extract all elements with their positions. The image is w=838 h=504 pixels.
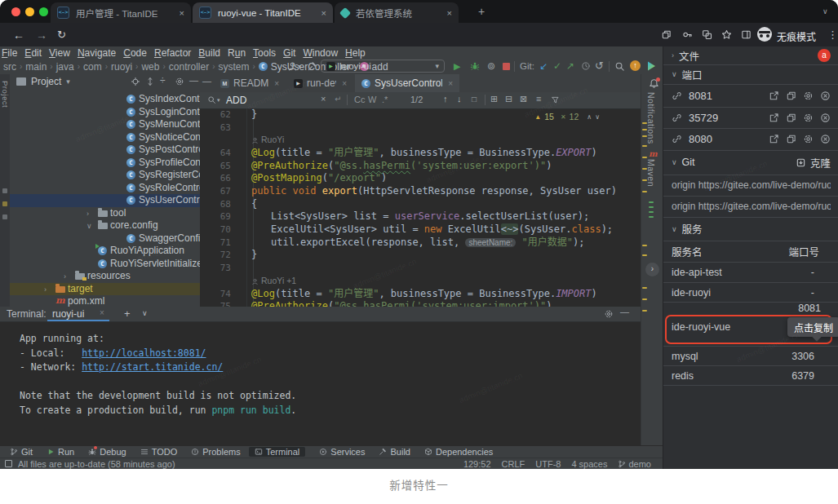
menu-item-code[interactable]: Code: [123, 47, 147, 59]
toolwindow-button-build[interactable]: Build: [379, 447, 410, 457]
code-viewport[interactable]: 62}63RuoYi64@Log(title = "用户管理", busines…: [200, 108, 641, 307]
next-problem-icon[interactable]: ∨: [595, 113, 600, 121]
breadcrumb-item[interactable]: ruoyi: [111, 61, 132, 73]
run-button[interactable]: ▶: [454, 61, 460, 72]
breadcrumb-item[interactable]: com: [83, 61, 102, 73]
terminal-link[interactable]: http://start.titanide.cn/: [82, 361, 223, 373]
terminal-dropdown-icon[interactable]: ∨: [142, 309, 148, 317]
git-commit-icon[interactable]: ✓: [553, 60, 561, 72]
tree-item-label[interactable]: core.config: [110, 219, 158, 232]
tree-item[interactable]: ›resources: [10, 270, 200, 283]
status-right-item[interactable]: UTF-8: [535, 459, 561, 469]
breadcrumb-item[interactable]: main: [25, 61, 47, 73]
project-title-caret-icon[interactable]: ▾: [66, 77, 70, 86]
copy-port-icon[interactable]: [786, 134, 796, 144]
browser-tab[interactable]: <̵>ruoyi-vue - TitanIDE×: [193, 2, 333, 23]
tree-item[interactable]: CSysLoginController: [10, 106, 200, 119]
terminal-tab-close-icon[interactable]: ×: [100, 308, 104, 317]
port-settings-icon[interactable]: [803, 113, 814, 123]
notifications-strip-label[interactable]: Notifications: [646, 92, 656, 144]
run-config-label[interactable]: ruoyi-ui: [340, 61, 371, 71]
find-icon[interactable]: [207, 95, 216, 104]
git-push-icon[interactable]: ↗: [566, 60, 574, 72]
find-toggle-2[interactable]: .*: [382, 95, 388, 104]
stop-button[interactable]: [503, 63, 510, 70]
search-everywhere-icon[interactable]: [614, 61, 625, 72]
menu-item-window[interactable]: Window: [303, 47, 338, 59]
terminal-tab[interactable]: ruoyi-ui: [52, 308, 84, 320]
tree-item[interactable]: CSysNoticeController: [10, 131, 200, 144]
translate-icon[interactable]: [702, 29, 712, 40]
open-in-browser-icon[interactable]: [769, 113, 779, 123]
find-select-all-icon[interactable]: ⊠: [520, 94, 527, 104]
menu-item-run[interactable]: Run: [228, 47, 246, 59]
menu-item-tools[interactable]: Tools: [253, 47, 276, 59]
history-icon[interactable]: [581, 61, 591, 71]
tree-item-label[interactable]: SysNoticeController: [139, 131, 201, 144]
reload-icon[interactable]: ↻: [57, 29, 66, 41]
editor-tab[interactable]: MREADME.md×: [214, 74, 286, 92]
find-next-icon[interactable]: ↓: [457, 94, 462, 104]
service-name[interactable]: ide-ruoyi-vue: [672, 321, 730, 333]
breadcrumb-item[interactable]: src: [3, 61, 16, 73]
section-chevron-icon[interactable]: ∨: [672, 225, 677, 233]
tree-item[interactable]: mpom.xml: [10, 295, 200, 307]
section-services[interactable]: ∨服务: [663, 217, 838, 241]
tree-item-label[interactable]: SysRegisterController: [139, 169, 201, 182]
editor-tab-close-icon[interactable]: ×: [342, 79, 347, 88]
toolwindow-button-terminal[interactable]: Terminal: [249, 447, 306, 457]
hide-panel-icon[interactable]: —: [189, 75, 198, 85]
rollback-icon[interactable]: ↺: [595, 60, 604, 72]
port-settings-icon[interactable]: [803, 91, 814, 101]
toolwindow-button-todo[interactable]: TODO: [140, 447, 178, 457]
section-chevron-icon[interactable]: ∨: [672, 70, 677, 78]
minimize-traffic-light[interactable]: [25, 7, 34, 16]
tree-item-label[interactable]: SysIndexController: [139, 93, 201, 106]
expand-all-icon[interactable]: [145, 77, 155, 86]
zoom-traffic-light[interactable]: [39, 7, 48, 16]
titan-run-icon[interactable]: [645, 60, 657, 72]
run-config-selector[interactable]: ▶ruoyi-ui▾: [321, 60, 445, 73]
panel-collapse-button[interactable]: ›: [645, 263, 659, 276]
new-terminal-icon[interactable]: +: [124, 307, 131, 320]
toolwindow-button-problems[interactable]: Problems: [191, 447, 240, 457]
tree-item[interactable]: CSysRegisterController: [10, 169, 200, 182]
back-icon[interactable]: ←: [13, 29, 24, 42]
toolwindow-button-run[interactable]: Run: [47, 447, 74, 457]
tree-item[interactable]: CRuoYiServletInitializer: [10, 258, 200, 271]
panel-settings-icon[interactable]: [175, 77, 184, 86]
copy-port-icon[interactable]: [786, 91, 796, 101]
open-in-browser-icon[interactable]: [769, 134, 779, 144]
menu-item-git[interactable]: Git: [283, 47, 295, 59]
browser-tab[interactable]: 若依管理系统×: [335, 2, 459, 23]
collapse-all-icon[interactable]: ÷: [160, 75, 166, 86]
close-port-icon[interactable]: [820, 113, 831, 123]
terminal-settings-icon[interactable]: [604, 309, 614, 319]
find-open-in-tool-icon[interactable]: □: [472, 95, 477, 104]
tree-item-label[interactable]: SysProfileController: [139, 157, 201, 170]
hide-project-icon[interactable]: —: [202, 76, 211, 86]
find-prev-icon[interactable]: ↑: [443, 94, 448, 104]
tree-item-label[interactable]: SysMenuController: [139, 118, 201, 131]
prev-problem-icon[interactable]: ∧: [587, 113, 592, 121]
section-ports[interactable]: ∨端口: [663, 64, 838, 84]
clone-button[interactable]: 克隆: [796, 155, 831, 170]
coverage-button[interactable]: ⊚: [487, 60, 495, 72]
run-config-caret-icon[interactable]: ▾: [435, 62, 439, 70]
breadcrumb-item[interactable]: web: [141, 61, 159, 73]
tree-item-label[interactable]: SysLoginController: [139, 106, 201, 119]
tree-item-label[interactable]: tool: [110, 207, 126, 220]
tab-strip-chevron-icon[interactable]: ∨: [822, 7, 828, 15]
tree-item[interactable]: ›target: [10, 283, 200, 296]
status-right-item[interactable]: 129:52: [463, 459, 491, 469]
project-panel-title[interactable]: Project: [31, 76, 61, 87]
breadcrumb-item[interactable]: java: [56, 61, 74, 73]
tree-chevron-icon[interactable]: ›: [64, 271, 66, 284]
open-in-browser-icon[interactable]: [769, 91, 779, 101]
tree-item[interactable]: ›tool: [10, 207, 200, 220]
close-port-icon[interactable]: [820, 134, 831, 144]
section-chevron-icon[interactable]: ∨: [672, 158, 677, 166]
debug-button[interactable]: [470, 61, 480, 71]
find-clear-icon[interactable]: ×: [321, 94, 326, 104]
tab-close-icon[interactable]: ×: [447, 8, 452, 18]
